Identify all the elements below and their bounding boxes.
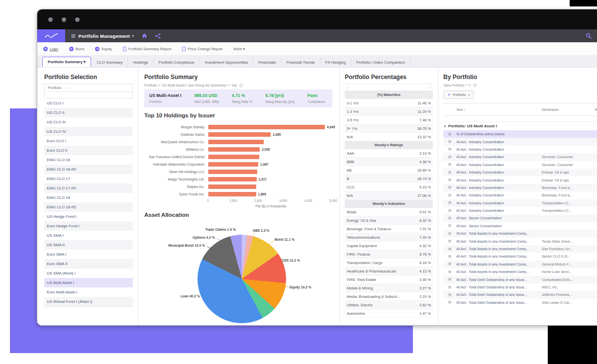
app-logo[interactable] [37, 29, 65, 42]
table-row-compliance-test[interactable]: ▤40 Act - Industry ConcentrationServices… [443, 161, 597, 169]
tab-holdings[interactable]: Holdings [128, 58, 153, 67]
percent-row[interactable]: AAA2.14 % [345, 149, 433, 158]
portfolio-filter-chip[interactable]: ▼ Portfolio ▾ [443, 91, 474, 99]
window-button-maximize[interactable] [75, 17, 80, 22]
percent-row[interactable]: Telecommunications7.34 % [345, 233, 433, 242]
search-icon[interactable] [586, 33, 592, 39]
info-icon[interactable]: i [239, 84, 243, 87]
percent-row[interactable]: 3-5 Yrs7.46 % [345, 116, 433, 124]
table-row-compliance-test[interactable]: ▤40 Act - Industry ConcentrationTranspor… [443, 207, 597, 214]
percent-row[interactable]: FIRE: Finance5.76 % [345, 250, 433, 259]
table-row-compliance-test[interactable]: ▤40 Act - Total Assets in any Investment… [443, 245, 597, 253]
toolbar-item-bond[interactable]: +Bond [69, 47, 85, 51]
bar[interactable] [208, 147, 260, 152]
bar[interactable] [208, 162, 258, 167]
list-item-portfolio[interactable]: US SMA II [44, 240, 133, 250]
percent-row[interactable]: Capital Equipment4.32 % [345, 242, 433, 250]
percent-row[interactable]: Metals & Mining3.27 % [345, 284, 433, 292]
percent-row[interactable]: Utilities: Electric2.62 % [345, 301, 433, 309]
list-item-portfolio[interactable]: US CLO III [44, 117, 133, 127]
toolbar-item-price-change-report[interactable]: Price Change Report [182, 47, 222, 51]
percent-row[interactable]: N/A27.06 % [345, 191, 433, 200]
list-item-portfolio[interactable]: EMG CLO 18 [44, 193, 133, 202]
list-item-portfolio[interactable]: Euro SMA II [44, 259, 133, 269]
sort-arrow-icon[interactable]: ↑ [429, 86, 431, 89]
percent-row[interactable]: 0-1 Yrs11.46 % [345, 99, 433, 107]
list-item-portfolio[interactable]: Euro Multi-Asset I [44, 287, 133, 297]
sort-arrow-icon[interactable]: ↑ [464, 107, 466, 112]
caret-down-icon[interactable]: ▾ [132, 34, 134, 38]
column-header-test[interactable]: Test ↑ [443, 107, 542, 112]
tab-portfolio-summary[interactable]: Portfolio Summary ▾ [42, 57, 91, 67]
window-button-close[interactable] [48, 17, 53, 22]
percent-row[interactable]: Healthcare & Pharmaceuticals4.13 % [345, 267, 433, 275]
bar[interactable] [208, 192, 256, 196]
table-row-compliance-test[interactable]: ▤40 Act - Total Assets in any Investment… [443, 253, 597, 260]
list-item-portfolio[interactable]: EMG CLO 16 [44, 155, 133, 165]
table-row-compliance-test[interactable]: ▤40 Act - Total Debt Outstanding of any … [443, 299, 597, 306]
home-icon[interactable] [142, 33, 147, 38]
bar[interactable] [208, 125, 325, 129]
table-row-compliance-test[interactable]: ▤40 Act - Industry ConcentrationBeverage… [443, 184, 597, 191]
tab-clo-summary[interactable]: CLO Summary [92, 58, 128, 67]
table-row-compliance-test[interactable]: ▤40 Act - Industry Concentration< 25.00 … [443, 138, 597, 145]
table-row-compliance-test[interactable]: ▤40 Act - Industry ConcentrationServices… [443, 153, 597, 161]
percent-row[interactable]: Automotive1.47 % [345, 309, 433, 318]
percent-row[interactable]: FIRE: Real Estate3.45 % [345, 275, 433, 284]
table-row-compliance-test[interactable]: ▤% of Outstanding voting shares< 15.00 % [443, 130, 597, 138]
list-item-portfolio[interactable]: US Mutual Fund I (40act I) [44, 297, 133, 306]
table-row-compliance-test[interactable]: ▤40 Act - Total Assets in any Investment… [443, 268, 597, 275]
percent-row[interactable]: BBB4.38 % [345, 158, 433, 166]
list-item-portfolio[interactable]: US Hedge Fund I [44, 212, 133, 221]
column-header-dimension[interactable]: Dimension [542, 107, 590, 112]
share-icon[interactable] [155, 33, 161, 39]
by-portfolio-filter-row[interactable] [443, 116, 597, 122]
bar[interactable] [208, 132, 271, 137]
bar[interactable] [208, 184, 256, 189]
table-row-compliance-test[interactable]: ▤40 Act - Industry ConcentrationTranspor… [443, 199, 597, 207]
bar[interactable] [208, 177, 257, 182]
bar[interactable] [208, 170, 257, 174]
percent-row[interactable]: 5+ Yrs56.76 % [345, 124, 433, 133]
tab-investment-opportunities[interactable]: Investment Opportunities [200, 58, 254, 67]
table-row-compliance-test[interactable]: ▤40 Act - Total Assets in any Investment… [443, 237, 597, 245]
column-header-requirement[interactable]: Requirement [590, 107, 597, 112]
percent-row[interactable]: Transportation: Cargo5.16 % [345, 259, 433, 267]
table-row-compliance-test[interactable]: ▤40 Act - Total Debt Outstanding of any … [443, 291, 597, 298]
list-item-portfolio[interactable]: US SMA I [44, 231, 133, 240]
toolbar-item-portfolio-summary-report[interactable]: Portfolio Summary Report [123, 47, 171, 51]
tab-portfolio-index-comparison[interactable]: Portfolio / Index Comparison [351, 58, 410, 67]
tab-fx-hedging[interactable]: FX Hedging [320, 58, 351, 67]
percent-row[interactable]: Retail9.01 % [345, 208, 433, 216]
percent-row[interactable]: N/A13.32 % [345, 133, 433, 141]
list-item-portfolio[interactable]: Euro CLO I [44, 136, 133, 146]
portfolio-filter-input[interactable] [44, 91, 133, 98]
sort-arrow-icon[interactable]: ↑ [66, 86, 68, 90]
grid-icon[interactable]: ⊞ [71, 33, 75, 39]
table-row-compliance-test[interactable]: ▤40 Act - Industry ConcentrationEnergy: … [443, 176, 597, 183]
percentages-sort-header[interactable]: ↑ ↑ [345, 84, 433, 91]
list-item-portfolio[interactable]: EMG CLO 17-R2 [44, 183, 133, 193]
list-item-portfolio[interactable]: Euro CLO II [44, 146, 133, 155]
list-item-portfolio[interactable]: Euro Hedge Fund I [44, 221, 133, 231]
table-row-compliance-test[interactable]: ▤40 Act - Total Assets in any Investment… [443, 261, 597, 268]
table-row-compliance-test[interactable]: ▤40 Act - Total Debt Outstanding of any … [443, 283, 597, 291]
window-button-minimize[interactable] [62, 17, 66, 22]
list-item-portfolio[interactable]: US CLO IV [44, 127, 133, 136]
tab-financial-trends[interactable]: Financial Trends [282, 58, 320, 67]
toolbar-item-equity[interactable]: +Equity [95, 47, 112, 51]
tab-financials[interactable]: Financials [253, 58, 281, 67]
percent-row[interactable]: Energy: Oil & Gas6.32 % [345, 216, 433, 225]
list-item-portfolio[interactable]: US CLO II [44, 108, 133, 117]
table-row-compliance-test[interactable]: ▤40 Act - Industry Concentration< 20.00 … [443, 146, 597, 153]
table-row-compliance-test[interactable]: ▤40 Act - Sector Concentration< 20.00 % [443, 222, 597, 230]
toolbar-item-more[interactable]: More ▾ [233, 47, 245, 51]
bar[interactable] [208, 140, 264, 144]
percent-row[interactable]: BB16.89 % [345, 166, 433, 175]
info-icon[interactable]: i [473, 84, 477, 87]
table-row-compliance-test[interactable]: ▤40 Act - Total Debt Outstanding of any … [443, 275, 597, 283]
table-row-compliance-test[interactable]: ▤40 Act - Industry ConcentrationBeverage… [443, 191, 597, 199]
expand-arrow-icon[interactable]: ▾ [444, 124, 446, 128]
list-item-portfolio[interactable]: Euro SMA I [44, 250, 133, 259]
list-item-portfolio[interactable]: EMG CLO 16-R2 [44, 165, 133, 174]
